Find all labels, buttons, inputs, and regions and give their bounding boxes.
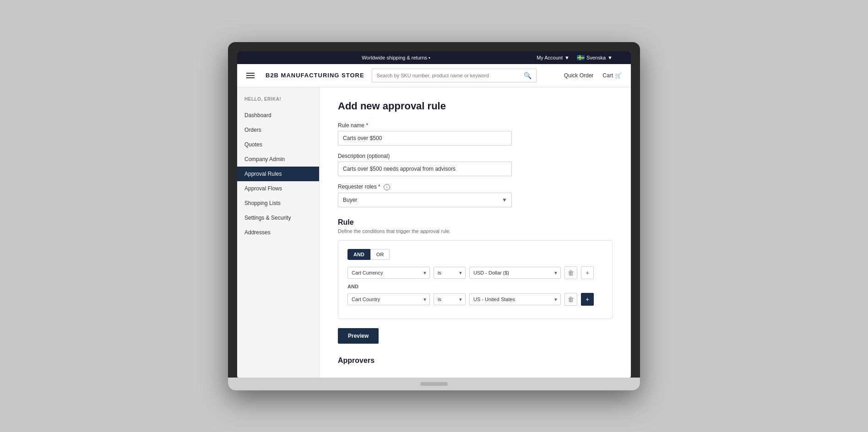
description-input[interactable] xyxy=(338,162,512,176)
sidebar-item-addresses[interactable]: Addresses xyxy=(237,225,319,240)
requester-roles-label: Requester roles * i xyxy=(338,184,613,190)
laptop-notch xyxy=(420,382,448,386)
rule-name-group: Rule name * xyxy=(338,122,613,146)
approvers-section: Approvers xyxy=(338,356,613,365)
language-selector[interactable]: 🇸🇪 Svenska ▼ xyxy=(577,54,613,61)
store-name: B2B MANUFACTURING STORE xyxy=(266,72,364,79)
rule-title: Rule xyxy=(338,218,613,227)
requester-roles-select[interactable]: Buyer xyxy=(338,193,512,207)
condition-row-2: Cart Country ▼ is ▼ xyxy=(347,293,603,306)
sidebar-item-orders[interactable]: Orders xyxy=(237,123,319,137)
condition1-operator-select[interactable]: is xyxy=(434,267,466,279)
sidebar-item-approval-rules[interactable]: Approval Rules xyxy=(237,167,319,181)
chevron-down-icon: ▼ xyxy=(564,55,570,60)
condition2-operator-select[interactable]: is xyxy=(434,293,466,305)
info-icon[interactable]: i xyxy=(384,184,390,190)
preview-button[interactable]: Preview xyxy=(338,328,379,344)
condition1-field-select[interactable]: Cart Currency xyxy=(347,267,430,279)
requester-roles-select-wrapper: Buyer ▼ xyxy=(338,193,512,207)
sidebar-item-quotes[interactable]: Quotes xyxy=(237,137,319,152)
site-header: B2B MANUFACTURING STORE 🔍 Quick Order Ca… xyxy=(237,64,631,87)
search-bar: 🔍 xyxy=(372,69,537,82)
condition2-value-select[interactable]: US - United States xyxy=(469,293,561,305)
sidebar-item-settings[interactable]: Settings & Security xyxy=(237,211,319,225)
and-connector-label: AND xyxy=(347,284,603,289)
rule-section: Rule Define the conditions that trigger … xyxy=(338,218,613,344)
sidebar-item-approval-flows[interactable]: Approval Flows xyxy=(237,181,319,196)
condition2-field-wrap: Cart Country ▼ xyxy=(347,293,430,305)
rule-desc: Define the conditions that trigger the a… xyxy=(338,228,613,234)
condition-row-1: Cart Currency ▼ is ▼ xyxy=(347,266,603,279)
or-toggle-button[interactable]: OR xyxy=(370,249,390,260)
cart-icon: 🛒 xyxy=(615,72,622,79)
chevron-down-icon: ▼ xyxy=(608,55,613,60)
add-condition2-button[interactable]: + xyxy=(581,293,594,306)
required-indicator: * xyxy=(366,122,368,129)
required-indicator-roles: * xyxy=(378,184,380,190)
condition1-field-wrap: Cart Currency ▼ xyxy=(347,267,430,279)
rule-name-label: Rule name * xyxy=(338,122,613,129)
and-or-toggle: AND OR xyxy=(347,249,603,260)
announcement-text: Worldwide shipping & returns • xyxy=(255,55,537,60)
sidebar-item-shopping-lists[interactable]: Shopping Lists xyxy=(237,196,319,211)
menu-icon[interactable] xyxy=(246,73,255,78)
content-area: Add new approval rule Rule name * Descri… xyxy=(320,87,631,378)
delete-condition2-button[interactable]: 🗑 xyxy=(564,293,577,306)
top-right-links: My Account ▼ 🇸🇪 Svenska ▼ xyxy=(537,54,613,61)
my-account-link[interactable]: My Account ▼ xyxy=(537,55,570,60)
sidebar-greeting: HELLO, ERIKA! xyxy=(237,97,319,108)
condition2-field-select[interactable]: Cart Country xyxy=(347,293,430,305)
condition1-value-wrap: USD - Dollar ($) ▼ xyxy=(469,267,561,279)
search-icon[interactable]: 🔍 xyxy=(524,72,532,79)
description-group: Description (optional) xyxy=(338,153,613,176)
announcement-bar: Worldwide shipping & returns • My Accoun… xyxy=(237,51,631,64)
laptop-base xyxy=(228,378,640,390)
search-input[interactable] xyxy=(377,73,524,78)
rule-name-input[interactable] xyxy=(338,131,512,146)
condition1-operator-wrap: is ▼ xyxy=(434,267,466,279)
laptop-screen: Worldwide shipping & returns • My Accoun… xyxy=(237,51,631,378)
flag-icon: 🇸🇪 xyxy=(577,54,585,61)
header-actions: Quick Order Cart 🛒 xyxy=(564,72,622,79)
add-condition-button[interactable]: + xyxy=(581,266,594,279)
main-layout: HELLO, ERIKA! Dashboard Orders Quotes Co… xyxy=(237,87,631,378)
condition2-operator-wrap: is ▼ xyxy=(434,293,466,305)
condition1-value-select[interactable]: USD - Dollar ($) xyxy=(469,267,561,279)
condition2-value-wrap: US - United States ▼ xyxy=(469,293,561,305)
cart-button[interactable]: Cart 🛒 xyxy=(602,72,622,79)
delete-condition1-button[interactable]: 🗑 xyxy=(564,266,577,279)
laptop-frame: Worldwide shipping & returns • My Accoun… xyxy=(228,42,640,390)
rule-box: AND OR Cart Currency ▼ xyxy=(338,240,613,319)
approvers-title: Approvers xyxy=(338,356,613,365)
sidebar: HELLO, ERIKA! Dashboard Orders Quotes Co… xyxy=(237,87,320,378)
requester-roles-group: Requester roles * i Buyer ▼ xyxy=(338,184,613,207)
and-toggle-button[interactable]: AND xyxy=(347,249,370,260)
sidebar-item-company-admin[interactable]: Company Admin xyxy=(237,152,319,167)
sidebar-item-dashboard[interactable]: Dashboard xyxy=(237,108,319,123)
quick-order-link[interactable]: Quick Order xyxy=(564,72,594,79)
page-title: Add new approval rule xyxy=(338,100,613,112)
description-label: Description (optional) xyxy=(338,153,613,159)
